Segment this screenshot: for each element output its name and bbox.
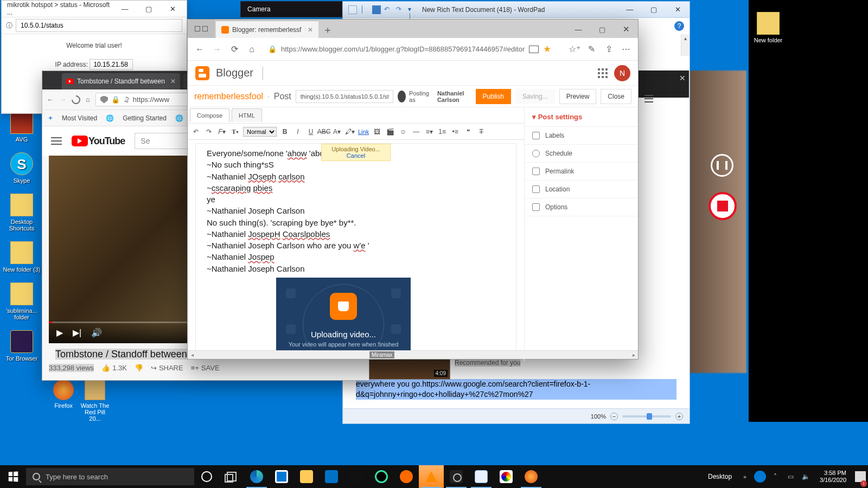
bold-icon[interactable]: B	[280, 127, 290, 137]
taskbar-app-vlc[interactable]	[419, 465, 444, 488]
edge-tab-actions-icon[interactable]	[188, 20, 215, 38]
settings-location[interactable]: Location	[525, 181, 638, 198]
scroll-up-icon[interactable]: ▴	[681, 34, 690, 43]
quick-access-toolbar[interactable]: │ ↶ ↷ ▾ │	[343, 5, 422, 14]
desktop-icon-redpill[interactable]: Watch The Red Pill 20...	[79, 380, 111, 422]
edge-tab-blogger[interactable]: Blogger: rememberlessf ✕	[216, 21, 318, 38]
reload-icon[interactable]	[70, 93, 82, 106]
taskbar-clock[interactable]: 3:58 PM 3/16/2020	[814, 470, 852, 484]
maximize-button[interactable]: ▢	[642, 2, 666, 17]
upload-cancel-link[interactable]: Cancel	[331, 152, 380, 159]
maximize-button[interactable]: ▢	[590, 21, 614, 38]
taskbar-app-explorer[interactable]	[294, 465, 319, 488]
tab-close-icon[interactable]: ✕	[308, 26, 313, 34]
font-size-icon[interactable]: 𝐓▾	[230, 127, 240, 137]
zoom-out-button[interactable]: −	[610, 413, 618, 420]
favorite-star-icon[interactable]: ★	[543, 43, 551, 55]
minimize-button[interactable]: —	[618, 2, 642, 17]
taskbar-app-mail[interactable]	[319, 465, 344, 488]
desktop-icon-newfolder3[interactable]: New folder (3)	[3, 241, 41, 273]
close-button[interactable]: ✕	[614, 21, 638, 38]
format-select[interactable]: Normal	[243, 127, 277, 137]
insert-emoji-icon[interactable]: ☺	[398, 127, 408, 137]
new-tab-button[interactable]: ＋	[320, 22, 336, 38]
account-avatar[interactable]: N	[614, 65, 630, 81]
permission-icon[interactable]: ♫̷	[123, 95, 130, 104]
font-family-icon[interactable]: F▾	[217, 127, 227, 137]
zoom-slider[interactable]	[622, 415, 671, 418]
dislike-button[interactable]: 👎	[135, 364, 143, 372]
save-icon[interactable]	[372, 5, 381, 14]
reading-view-icon[interactable]	[529, 46, 539, 53]
scroll-right-icon[interactable]: ▸	[629, 351, 638, 359]
insert-link[interactable]: Link	[358, 129, 369, 135]
firefox-tab-youtube[interactable]: Tombstone / Standoff between ✕	[62, 73, 180, 89]
edge-horizontal-scrollbar[interactable]: ◂▸	[188, 350, 638, 359]
desktop-icon-tor[interactable]: Tor Browser	[3, 330, 41, 362]
strike-icon[interactable]: ABC	[319, 127, 329, 137]
desktop-icon-sublimina[interactable]: 'sublimina... folder	[3, 282, 41, 320]
undo-icon[interactable]: ↶	[191, 127, 201, 137]
show-desktop-toolbar[interactable]: Desktop	[704, 473, 736, 480]
youtube-logo[interactable]: YouTube	[72, 136, 125, 147]
close-icon[interactable]: ✕	[679, 74, 686, 82]
post-body-editor[interactable]: Uploading Video... Cancel Everyone/some/…	[195, 143, 516, 358]
text-color-icon[interactable]: A▾	[332, 127, 342, 137]
blogger-wordmark[interactable]: Blogger	[216, 67, 253, 79]
collections-icon[interactable]: ✎	[586, 44, 597, 54]
next-button-icon[interactable]: ▶|	[73, 328, 81, 338]
tray-overflow-icon[interactable]: ˄	[769, 465, 782, 488]
share-icon[interactable]: ⇪	[603, 44, 614, 54]
bullet-list-icon[interactable]: •≡	[450, 127, 460, 137]
address-bar[interactable]: ⓘ	[2, 17, 187, 34]
window-camera-titlebar[interactable]: Camera	[240, 1, 342, 17]
like-button[interactable]: 👍 1.3K	[101, 364, 127, 372]
slider-thumb[interactable]	[647, 413, 652, 420]
reload-icon[interactable]: ⟳	[229, 44, 240, 54]
highlight-icon[interactable]: 🖍▾	[345, 127, 355, 137]
blog-name[interactable]: rememberlessfool	[194, 92, 263, 101]
redo-icon[interactable]: ↷	[204, 127, 214, 137]
most-visited-icon[interactable]: ✦	[48, 114, 53, 122]
desktop-icon-firefox[interactable]: Firefox	[48, 380, 79, 409]
taskbar-app-wordpad[interactable]	[469, 465, 494, 488]
home-icon[interactable]: ⌂	[246, 44, 257, 54]
url-input[interactable]	[16, 19, 182, 32]
minimize-button[interactable]: —	[113, 1, 137, 16]
undo-icon[interactable]: ↶	[384, 5, 393, 14]
share-button[interactable]: ↪ SHARE	[151, 364, 183, 372]
preview-button[interactable]: Preview	[559, 89, 597, 104]
selected-text[interactable]: everywhere you go.https://www.google.com…	[356, 379, 676, 400]
underline-icon[interactable]: U	[306, 127, 316, 137]
nav-back-icon[interactable]: ←	[47, 95, 54, 104]
tab-html[interactable]: HTML	[232, 108, 262, 122]
yt-menu-icon[interactable]	[51, 137, 62, 145]
close-button[interactable]: ✕	[161, 1, 184, 16]
insert-image-icon[interactable]: 🖼	[372, 127, 382, 137]
tab-close-icon[interactable]: ✕	[170, 78, 176, 85]
close-editor-button[interactable]: Close	[601, 89, 631, 104]
publish-button[interactable]: Publish	[476, 89, 511, 104]
volume-icon[interactable]: 🔊	[91, 328, 102, 338]
tracking-shield-icon[interactable]	[100, 96, 108, 104]
quote-icon[interactable]: ❝	[463, 127, 473, 137]
desktop-icon-shortcuts[interactable]: Desktop Shortcuts	[3, 194, 41, 232]
insert-video-icon[interactable]: 🎬	[385, 127, 395, 137]
desktop-icon-new-folder[interactable]: New folder	[749, 12, 788, 43]
nav-forward-icon[interactable]: →	[59, 95, 66, 104]
mikrotik-titlebar[interactable]: mikrotik hotspot > status - Microsoft ..…	[2, 1, 187, 17]
settings-menu-icon[interactable]: ⋯	[621, 44, 631, 54]
play-button-icon[interactable]: ▶	[56, 328, 63, 338]
taskbar-app-tripadvisor[interactable]	[369, 465, 394, 488]
tray-sync[interactable]	[754, 465, 767, 488]
wordpad-titlebar[interactable]: │ ↶ ↷ ▾ │ New Rich Text Document (418) -…	[343, 2, 690, 18]
tray-network-icon[interactable]: ▭	[784, 465, 797, 488]
desktop-icon-skype[interactable]: SSkype	[3, 152, 41, 184]
settings-labels[interactable]: Labels	[525, 127, 638, 145]
url-box[interactable]: 🔒 https://www.blogger.com/u/1/blogger.g?…	[264, 41, 562, 57]
cortana-button[interactable]	[194, 465, 219, 488]
taskbar-app-amazon[interactable]	[344, 465, 369, 488]
help-icon[interactable]: ?	[674, 21, 684, 31]
remove-format-icon[interactable]: T	[476, 127, 486, 137]
nav-back-icon[interactable]: ←	[194, 44, 205, 54]
